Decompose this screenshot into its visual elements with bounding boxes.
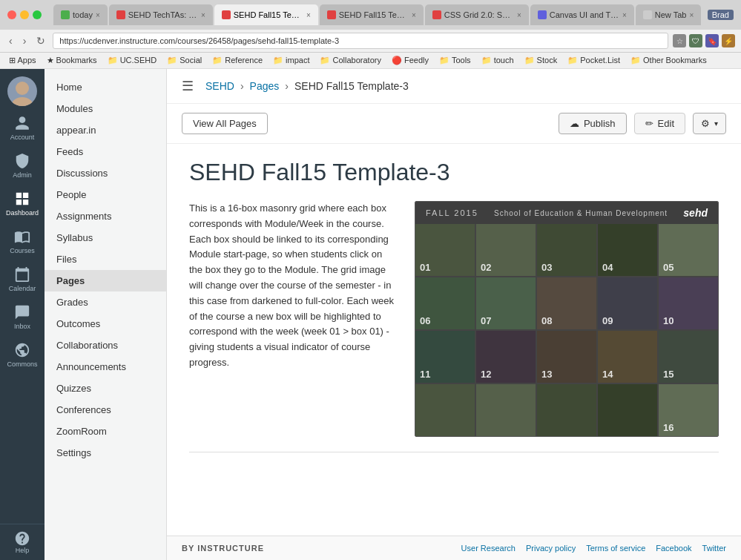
bookmark-tools[interactable]: 📁 Tools	[436, 55, 474, 66]
close-button[interactable]	[7, 10, 16, 19]
grid-cell-14[interactable]: 14	[598, 331, 657, 383]
sidebar-item-syllabus[interactable]: Syllabus	[45, 227, 166, 248]
grid-cell-02[interactable]: 02	[476, 224, 536, 276]
browser-tab-t4[interactable]: SEHD Fall15 Tem...×	[320, 4, 424, 25]
grid-cell-07[interactable]: 07	[476, 277, 536, 329]
grid-cell-06[interactable]: 06	[415, 277, 475, 329]
page-content-area: SEHD Fall15 Template-3 This is a 16-box …	[167, 144, 741, 536]
sidebar-item-appear[interactable]: appear.in	[45, 119, 166, 141]
sidebar-item-assignments[interactable]: Assignments	[45, 205, 166, 227]
grid-cell-09[interactable]: 09	[598, 277, 657, 329]
nav-item-account[interactable]: Account	[0, 109, 45, 147]
minimize-button[interactable]	[20, 10, 29, 19]
bookmarks-bar: ⊞ Apps★ Bookmarks📁 UC.SEHD📁 Social📁 Refe…	[0, 53, 741, 69]
user-badge: Brad	[708, 10, 734, 20]
settings-button[interactable]: ⚙ ▾	[693, 113, 726, 134]
footer-link-facebook[interactable]: Facebook	[656, 544, 691, 553]
bookmark-bookmarks[interactable]: ★ Bookmarks	[44, 55, 100, 66]
publish-button[interactable]: ☁ Publish	[559, 113, 627, 134]
refresh-button[interactable]: ↻	[33, 33, 48, 48]
nav-item-inbox[interactable]: Inbox	[0, 298, 45, 336]
footer-link-terms[interactable]: Terms of service	[586, 544, 645, 553]
sidebar-item-grades[interactable]: Grades	[45, 291, 166, 313]
nav-help[interactable]: Help	[0, 524, 45, 560]
bookmark-social[interactable]: 📁 Social	[164, 55, 205, 66]
sidebar-item-quizzes[interactable]: Quizzes	[45, 378, 166, 399]
grid-cell-10[interactable]: 10	[659, 277, 718, 329]
breadcrumb-current: SEHD Fall15 Template-3	[294, 80, 409, 92]
grid-cell-15[interactable]: 15	[659, 331, 718, 383]
bookmark-feedly[interactable]: 🔴 Feedly	[389, 55, 432, 66]
grid-cell-12[interactable]: 12	[476, 331, 536, 383]
content-divider	[189, 452, 719, 452]
nav-item-admin[interactable]: Admin	[0, 147, 45, 185]
sidebar-item-pages[interactable]: Pages	[45, 270, 166, 291]
sidebar-item-announcements[interactable]: Announcements	[45, 356, 166, 378]
browser-tab-t3[interactable]: SEHD Fall15 Tem...×	[214, 4, 318, 25]
bookmark-collaboratory[interactable]: 📁 Collaboratory	[317, 55, 383, 66]
grid-cell-13[interactable]: 13	[537, 331, 596, 383]
sidebar-item-settings[interactable]: Settings	[45, 442, 166, 464]
footer-link-privacy[interactable]: Privacy policy	[526, 544, 576, 553]
sidebar-item-discussions[interactable]: Discussions	[45, 162, 166, 184]
bookmark-touch[interactable]: 📁 touch	[478, 55, 517, 66]
breadcrumb-org[interactable]: SEHD	[205, 80, 234, 92]
avatar[interactable]	[7, 76, 37, 106]
sidebar-item-feeds[interactable]: Feeds	[45, 141, 166, 162]
sidebar-item-home[interactable]: Home	[45, 76, 166, 98]
grid-cell-03[interactable]: 03	[537, 224, 596, 276]
breadcrumb-section[interactable]: Pages	[250, 80, 280, 92]
star-icon[interactable]: ☆	[673, 34, 686, 47]
bookmark-icon[interactable]: 🔖	[705, 34, 719, 47]
nav-item-commons[interactable]: Commons	[0, 336, 45, 374]
grid-cell-16[interactable]: 16	[659, 384, 718, 436]
sidebar-item-outcomes[interactable]: Outcomes	[45, 313, 166, 335]
view-all-pages-button[interactable]: View All Pages	[182, 113, 268, 134]
footer-link-user-research[interactable]: User Research	[461, 544, 516, 553]
grid-cell-18[interactable]	[598, 384, 657, 436]
sidebar-item-collaborations[interactable]: Collaborations	[45, 335, 166, 356]
grid-cell-16[interactable]	[476, 384, 536, 436]
grid-cell-15[interactable]	[415, 384, 475, 436]
maximize-button[interactable]	[33, 10, 42, 19]
sidebar-item-conferences[interactable]: Conferences	[45, 399, 166, 421]
grid-cell-04[interactable]: 04	[598, 224, 657, 276]
hamburger-icon[interactable]: ☰	[182, 78, 194, 94]
nav-item-courses[interactable]: Courses	[0, 223, 45, 260]
shield-icon[interactable]: 🛡	[689, 34, 702, 47]
nav-item-dashboard[interactable]: Dashboard	[0, 185, 45, 223]
sidebar-item-modules[interactable]: Modules	[45, 98, 166, 119]
edit-button[interactable]: ✏ Edit	[634, 113, 685, 134]
forward-button[interactable]: ›	[20, 33, 30, 48]
back-button[interactable]: ‹	[6, 33, 16, 48]
browser-tab-t7[interactable]: New Tab×	[636, 4, 701, 25]
gear-icon: ⚙	[701, 118, 710, 129]
main-content: ☰ SEHD › Pages › SEHD Fall15 Template-3 …	[167, 69, 741, 560]
sidebar-item-files[interactable]: Files	[45, 248, 166, 270]
bookmark-apps[interactable]: ⊞ Apps	[6, 55, 39, 66]
sidebar-item-people[interactable]: People	[45, 184, 166, 205]
sidebar-item-zoomroom[interactable]: ZoomRoom	[45, 421, 166, 442]
extension-icon[interactable]: ⚡	[722, 34, 735, 47]
browser-tab-t1[interactable]: today×	[53, 4, 108, 25]
grid-cell-01[interactable]: 01	[415, 224, 475, 276]
bookmark-other-bookmarks[interactable]: 📁 Other Bookmarks	[628, 55, 710, 66]
bookmark-reference[interactable]: 📁 Reference	[209, 55, 266, 66]
grid-cell-05[interactable]: 05	[659, 224, 718, 276]
address-input[interactable]	[53, 33, 668, 49]
title-bar: today×SEHD TechTAs: P...×SEHD Fall15 Tem…	[0, 0, 741, 30]
grid-cell-17[interactable]	[537, 384, 596, 436]
browser-tab-t6[interactable]: Canvas UI and Th...×	[530, 4, 634, 25]
bookmark-pocket.list[interactable]: 📁 Pocket.List	[564, 55, 623, 66]
sehd-grid[interactable]: 01020304050607080910111213141516	[415, 224, 718, 436]
footer-link-twitter[interactable]: Twitter	[702, 544, 726, 553]
bookmark-uc.sehd[interactable]: 📁 UC.SEHD	[105, 55, 160, 66]
grid-cell-11[interactable]: 11	[415, 331, 475, 383]
grid-cell-08[interactable]: 08	[537, 277, 596, 329]
browser-tab-t2[interactable]: SEHD TechTAs: P...×	[109, 4, 213, 25]
grid-logo: sehd	[683, 207, 708, 219]
bookmark-impact[interactable]: 📁 impact	[270, 55, 312, 66]
browser-tab-t5[interactable]: CSS Grid 2.0: SE...×	[425, 4, 529, 25]
bookmark-stock[interactable]: 📁 Stock	[521, 55, 561, 66]
nav-item-calendar[interactable]: Calendar	[0, 260, 45, 298]
